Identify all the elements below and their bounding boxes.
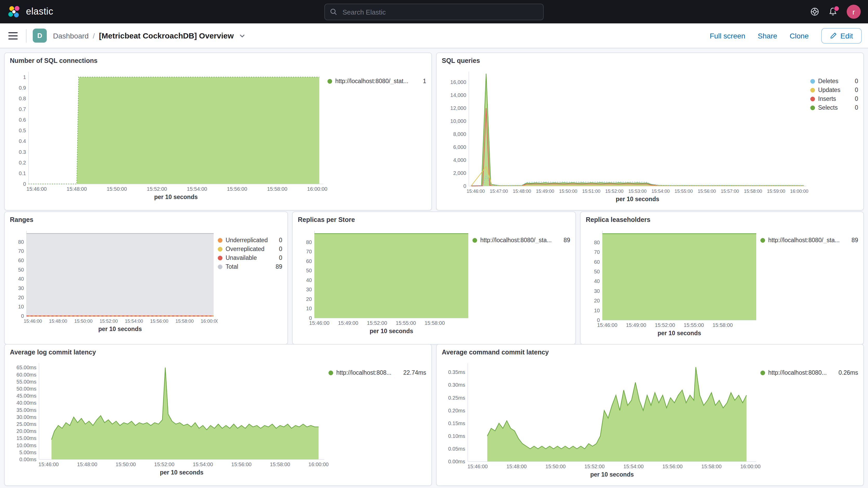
dashboard-toolbar: D Dashboard / [Metricbeat CockroachDB] O… (0, 23, 868, 48)
svg-text:15:56:00: 15:56:00 (698, 189, 716, 194)
svg-text:15:52:00: 15:52:00 (147, 186, 167, 192)
svg-text:15:46:00: 15:46:00 (467, 464, 488, 469)
svg-text:65.00ms: 65.00ms (17, 365, 36, 370)
svg-text:20.00ms: 20.00ms (17, 428, 36, 434)
svg-text:15:54:00: 15:54:00 (193, 461, 213, 467)
svg-text:0.5: 0.5 (19, 128, 26, 133)
svg-text:15:55:00: 15:55:00 (675, 189, 693, 194)
svg-text:15:58:00: 15:58:00 (267, 186, 287, 192)
svg-text:25.00ms: 25.00ms (17, 421, 36, 427)
svg-text:15:54:00: 15:54:00 (187, 186, 207, 192)
svg-text:0.30ms: 0.30ms (448, 382, 465, 388)
svg-text:60: 60 (18, 257, 24, 263)
svg-text:10,000: 10,000 (451, 118, 466, 124)
panel-title[interactable]: Average log commit latency (10, 349, 426, 356)
legend-item[interactable]: http://localhost:8080...0.26ms (761, 369, 858, 376)
svg-text:12,000: 12,000 (451, 105, 466, 111)
elastic-logo[interactable]: elastic (7, 5, 53, 19)
chart-avg-log-commit-latency[interactable]: 0.00ms5.00ms10.00ms15.00ms20.00ms25.00ms… (10, 357, 329, 481)
chevron-down-icon[interactable] (238, 31, 246, 40)
svg-text:10: 10 (306, 306, 312, 311)
svg-text:15:56:00: 15:56:00 (231, 461, 252, 467)
legend-label: Updates (818, 87, 840, 93)
panel-sql-connections: Number of SQL connections 00.10.20.30.40… (4, 53, 432, 211)
legend-label: Unavailable (225, 255, 257, 261)
legend-color-dot (810, 105, 815, 110)
legend-color-dot (472, 238, 477, 242)
panel-avg-command-commit-latency: Average command commit latency 0.00ms0.0… (436, 344, 864, 486)
legend-item[interactable]: Underreplicated0 (218, 237, 282, 243)
hamburger-menu-icon[interactable] (6, 30, 20, 41)
legend-label: http://localhost:808... (336, 369, 392, 376)
legend-item[interactable]: http://localhost:8080/_stat...1 (328, 78, 426, 84)
clone-link[interactable]: Clone (790, 31, 809, 40)
share-link[interactable]: Share (758, 31, 777, 40)
search-input[interactable] (341, 7, 538, 17)
legend-value: 22.74ms (400, 369, 426, 376)
panel-title[interactable]: Replicas per Store (298, 216, 570, 223)
legend-item[interactable]: Deletes0 (810, 78, 858, 84)
dashboard-space-badge[interactable]: D (33, 29, 47, 42)
chart-ranges[interactable]: 0102030405060708015:46:0015:48:0015:50:0… (10, 224, 218, 340)
user-avatar[interactable]: r (847, 5, 861, 19)
elastic-logo-icon (7, 5, 21, 19)
svg-text:20: 20 (306, 296, 312, 302)
svg-text:15:50:00: 15:50:00 (106, 186, 127, 192)
panel-title[interactable]: Replica leaseholders (586, 216, 858, 223)
breadcrumb-dashboard[interactable]: Dashboard (53, 31, 89, 40)
svg-text:0.25ms: 0.25ms (448, 395, 465, 401)
svg-text:10.00ms: 10.00ms (17, 443, 36, 448)
legend-item[interactable]: Updates0 (810, 87, 858, 93)
svg-text:20: 20 (594, 298, 600, 304)
svg-text:15.00ms: 15.00ms (17, 435, 36, 441)
chart-avg-command-commit-latency[interactable]: 0.00ms0.05ms0.10ms0.15ms0.20ms0.25ms0.30… (442, 357, 761, 481)
chart-sql-connections[interactable]: 00.10.20.30.40.50.60.70.80.9115:46:0015:… (10, 65, 328, 206)
dashboard-row-2: Ranges 0102030405060708015:46:0015:48:00… (4, 212, 864, 340)
svg-text:per 10 seconds: per 10 seconds (154, 193, 197, 200)
svg-text:16:00:00: 16:00:00 (790, 189, 808, 194)
svg-text:15:51:00: 15:51:00 (582, 189, 600, 194)
legend-item[interactable]: Selects0 (810, 104, 858, 111)
alerts-bell-icon[interactable] (829, 7, 837, 16)
panel-title[interactable]: Ranges (10, 216, 282, 223)
legend-item[interactable]: Unavailable0 (218, 255, 282, 261)
panel-title[interactable]: Average command commit latency (442, 349, 858, 356)
svg-text:10: 10 (18, 304, 24, 309)
svg-text:0.8: 0.8 (19, 96, 26, 101)
svg-text:15:50:00: 15:50:00 (559, 189, 577, 194)
legend-avg-log-commit-latency: http://localhost:808...22.74ms (329, 357, 426, 481)
svg-text:15:47:00: 15:47:00 (490, 189, 508, 194)
svg-text:0: 0 (23, 181, 26, 187)
svg-text:0.15ms: 0.15ms (448, 421, 465, 426)
legend-label: Overreplicated (225, 246, 265, 252)
breadcrumb: Dashboard / [Metricbeat CockroachDB] Ove… (53, 31, 246, 40)
svg-text:40: 40 (306, 277, 312, 283)
search-icon (330, 8, 337, 16)
legend-item[interactable]: Overreplicated0 (218, 246, 282, 252)
chart-replicas-per-store[interactable]: 0102030405060708015:46:0015:49:0015:52:0… (298, 224, 472, 340)
breadcrumb-separator: / (93, 31, 95, 40)
legend-item[interactable]: Inserts0 (810, 96, 858, 102)
svg-text:0: 0 (463, 183, 466, 189)
svg-text:4,000: 4,000 (453, 157, 466, 163)
svg-text:15:55:00: 15:55:00 (396, 320, 416, 326)
global-search[interactable] (324, 4, 544, 20)
svg-text:50: 50 (594, 269, 600, 274)
svg-text:15:58:00: 15:58:00 (744, 189, 762, 194)
legend-item[interactable]: http://localhost:808...22.74ms (329, 369, 426, 376)
legend-item[interactable]: http://localhost:8080/_sta...89 (761, 237, 858, 243)
panel-title[interactable]: SQL queries (442, 57, 858, 64)
svg-text:0.4: 0.4 (19, 138, 26, 144)
legend-color-dot (761, 370, 765, 375)
svg-text:20: 20 (18, 295, 24, 300)
legend-item[interactable]: Total89 (218, 264, 282, 270)
panel-title[interactable]: Number of SQL connections (10, 57, 426, 64)
svg-text:15:49:00: 15:49:00 (536, 189, 554, 194)
full-screen-link[interactable]: Full screen (710, 31, 745, 40)
edit-button[interactable]: Edit (821, 28, 862, 43)
chart-sql-queries[interactable]: 02,0004,0006,0008,00010,00012,00014,0001… (442, 65, 810, 206)
svg-text:15:56:00: 15:56:00 (227, 186, 247, 192)
legend-item[interactable]: http://localhost:8080/_sta...89 (472, 237, 570, 243)
chart-replica-leaseholders[interactable]: 0102030405060708015:46:0015:49:0015:52:0… (586, 224, 761, 340)
help-icon[interactable] (810, 7, 819, 16)
